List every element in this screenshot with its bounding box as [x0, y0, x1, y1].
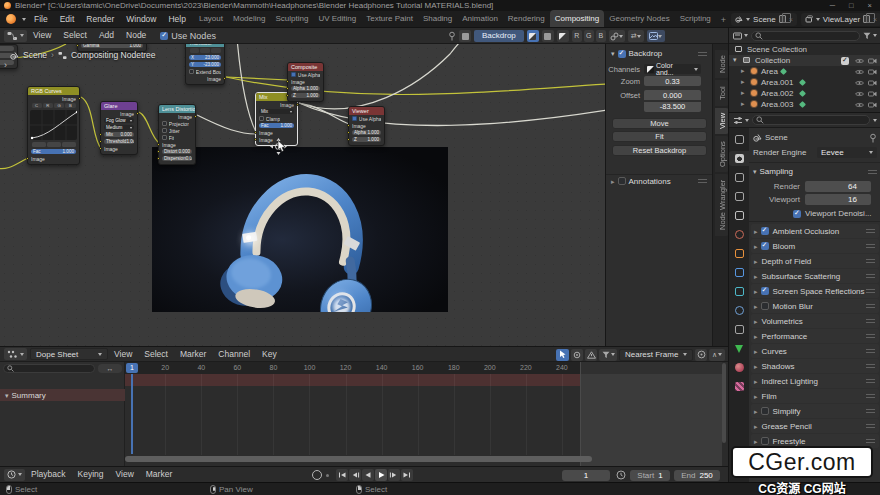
channel-g-button[interactable]: G: [584, 30, 594, 42]
dope-sheet-menu-select[interactable]: Select: [138, 346, 174, 363]
node-header[interactable]: Lens Distortion: [159, 105, 195, 113]
errors-filter-icon[interactable]: [585, 349, 597, 361]
record-icon[interactable]: [312, 470, 322, 480]
panel-subsurface-scattering[interactable]: Subsurface Scattering: [751, 269, 879, 283]
next-keyframe-button[interactable]: [388, 469, 400, 481]
node-editor-menu-view[interactable]: View: [27, 27, 57, 44]
jump-to-start-button[interactable]: [336, 469, 348, 481]
properties-editor-selector[interactable]: [733, 116, 749, 125]
properties-tab-material[interactable]: [729, 360, 749, 375]
current-frame-field[interactable]: 1: [562, 470, 610, 481]
image-browse-icon[interactable]: [459, 30, 471, 42]
curve-channel-button[interactable]: B: [65, 103, 75, 109]
sidebar-tab-tool[interactable]: Tool: [715, 80, 729, 106]
editor-type-selector[interactable]: [4, 348, 27, 360]
panel-shadows[interactable]: Shadows: [751, 359, 879, 373]
input-socket[interactable]: [347, 138, 350, 141]
node-editor-canvas[interactable]: RGB CurvesImageCRGBFac1.000ImageGlareIma…: [0, 44, 605, 346]
panel-grip-icon[interactable]: [868, 170, 877, 174]
curve-channel-button[interactable]: G: [54, 103, 64, 109]
node-value-field[interactable]: [0, 60, 14, 66]
proportional-edit-icon[interactable]: [695, 349, 707, 361]
input-socket[interactable]: [347, 131, 350, 134]
sampling-expand-icon[interactable]: [753, 167, 757, 176]
panel-curves[interactable]: Curves: [751, 344, 879, 358]
panel-simplify[interactable]: Simplify: [751, 404, 879, 418]
playback-menu-marker[interactable]: Marker: [140, 466, 178, 483]
output-socket[interactable]: [78, 97, 81, 100]
jump-to-end-button[interactable]: [401, 469, 413, 481]
panel-grip-icon[interactable]: [698, 179, 707, 183]
properties-tab-render[interactable]: [729, 151, 749, 166]
workspace-tab-sculpting[interactable]: Sculpting: [270, 10, 313, 27]
node-dropdown[interactable]: Medium: [104, 125, 134, 131]
rgb-curves-node[interactable]: RGB CurvesImageCRGBFac1.000Image: [27, 86, 80, 165]
composite-node[interactable]: CompositeUse AlphaImageAlpha1.000Z1.000: [287, 62, 324, 102]
play-reverse-button[interactable]: [362, 469, 374, 481]
sidebar-tab-view[interactable]: View: [715, 108, 729, 134]
pin-icon[interactable]: [869, 133, 877, 143]
node-editor-menu-node[interactable]: Node: [120, 27, 152, 44]
mini-field[interactable]: [32, 142, 46, 147]
node-checkbox[interactable]: [189, 69, 194, 74]
render-visibility-icon[interactable]: [868, 79, 877, 88]
viewer-node[interactable]: ViewerUse AlphaImageAlpha1.000Z1.000: [348, 106, 385, 146]
sampling-viewport-field[interactable]: 16: [805, 194, 871, 205]
node-value-field[interactable]: Alpha1.000: [352, 130, 381, 136]
node-value-field[interactable]: Y-23.000: [189, 62, 221, 68]
output-socket[interactable]: [223, 77, 226, 80]
playback-menu-view[interactable]: View: [110, 466, 140, 483]
node-value-field[interactable]: Alpha1.000: [291, 86, 320, 92]
node-checkbox[interactable]: [162, 135, 167, 140]
collection-checkbox[interactable]: [841, 57, 849, 65]
input-socket[interactable]: [157, 143, 160, 146]
lens-distortion-node[interactable]: Lens DistortionImageProjectorJitterFitIm…: [158, 104, 196, 165]
node-value-field[interactable]: Mix0.000: [104, 132, 134, 138]
workspace-tab-texture-paint[interactable]: Texture Paint: [361, 10, 418, 27]
only-selected-filter-icon[interactable]: [556, 349, 569, 361]
render-visibility-icon[interactable]: [868, 68, 877, 77]
blender-menu-icon[interactable]: [6, 14, 16, 24]
minimize-button[interactable]: ─: [830, 1, 835, 10]
node-value-field[interactable]: Threshold1.000: [104, 139, 134, 145]
outliner-filter-button[interactable]: [863, 32, 877, 40]
input-socket[interactable]: [347, 124, 350, 127]
node-value-field[interactable]: Dispersion0.015: [162, 156, 192, 162]
snap-mode-dropdown[interactable]: Nearest Frame: [619, 349, 693, 361]
channel-r-button[interactable]: R: [572, 30, 582, 42]
workspace-tab-modeling[interactable]: Modeling: [228, 10, 270, 27]
sidebar-tab-node-wrangler[interactable]: Node Wrangler: [715, 174, 729, 236]
panel-ambient-occlusion[interactable]: Ambient Occlusion: [751, 224, 879, 238]
simplify-checkbox[interactable]: [761, 407, 769, 415]
translate-node[interactable]: TranslateX23.000Y-23.000Extend BoundsIma…: [185, 44, 225, 85]
expand-icon[interactable]: [741, 66, 745, 75]
input-socket[interactable]: [76, 44, 79, 47]
hide-eye-icon[interactable]: [855, 57, 864, 66]
workspace-tab-geometry-nodes[interactable]: Geometry Nodes: [604, 10, 674, 27]
properties-tab-texture[interactable]: [729, 379, 749, 394]
mini-field[interactable]: [47, 142, 61, 147]
channel-search-input[interactable]: [3, 364, 95, 373]
outliner-row-collection[interactable]: Collection: [729, 55, 880, 66]
panel-bloom[interactable]: Bloom: [751, 239, 879, 253]
curve-widget[interactable]: [30, 110, 77, 140]
properties-tab-scene[interactable]: [729, 208, 749, 223]
output-socket[interactable]: [296, 103, 299, 106]
maximize-button[interactable]: □: [849, 1, 854, 10]
outliner-row-area-001[interactable]: Area.001: [729, 77, 880, 88]
move-button[interactable]: Move: [612, 118, 707, 129]
main-menu-window[interactable]: Window: [120, 11, 162, 28]
properties-tab-particles[interactable]: [729, 284, 749, 299]
node-checkbox[interactable]: [162, 128, 167, 133]
panel-grip-icon[interactable]: [698, 52, 707, 56]
link-drag-icon[interactable]: [609, 30, 625, 42]
segment-button[interactable]: [200, 48, 210, 54]
input-socket[interactable]: [99, 147, 102, 150]
properties-tab-view-layer[interactable]: [729, 189, 749, 204]
channel-color-icon[interactable]: [542, 30, 554, 42]
fit-button[interactable]: Fit: [612, 131, 707, 142]
editor-type-selector[interactable]: [4, 469, 25, 481]
overlay-image-icon[interactable]: [647, 30, 665, 42]
new-viewlayer-icon[interactable]: [863, 15, 870, 23]
segment-button[interactable]: [211, 48, 221, 54]
